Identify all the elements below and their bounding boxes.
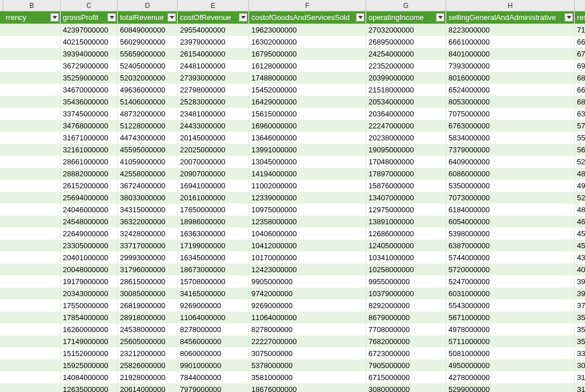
data-cell[interactable] (3, 383, 61, 392)
data-cell[interactable]: 6715000000 (366, 371, 446, 383)
data-cell[interactable]: 32161000000 (61, 144, 118, 156)
data-cell[interactable] (3, 84, 61, 96)
data-cell[interactable]: 25605000000 (118, 336, 178, 347)
data-cell[interactable]: 24254000000 (366, 48, 446, 60)
data-cell[interactable]: 23305000000 (61, 240, 118, 252)
data-cell[interactable]: 5299000000 (446, 383, 575, 392)
data-cell[interactable]: 68490000 (575, 96, 585, 108)
data-cell[interactable]: 36322000000 (118, 216, 178, 228)
data-cell[interactable]: 6031000000 (446, 288, 575, 300)
data-cell[interactable]: 16363000000 (178, 228, 249, 240)
data-cell[interactable]: 6409000000 (446, 156, 575, 168)
data-cell[interactable]: 23979000000 (178, 36, 249, 48)
data-cell[interactable]: 9901000000 (178, 359, 249, 371)
data-cell[interactable]: 20401000000 (61, 252, 118, 264)
data-cell[interactable]: 28918000000 (118, 312, 178, 324)
data-cell[interactable]: 60849000000 (118, 24, 178, 36)
data-cell[interactable]: 24046000000 (61, 204, 118, 216)
data-cell[interactable]: 5744000000 (446, 252, 575, 264)
data-cell[interactable]: 32428000000 (118, 228, 178, 240)
data-cell[interactable]: 7682000000 (366, 336, 446, 347)
data-cell[interactable]: 52032000000 (118, 72, 178, 84)
data-cell[interactable]: 8292000000 (366, 300, 446, 312)
data-cell[interactable]: 37150000 (575, 300, 585, 312)
data-cell[interactable]: 66280000 (575, 84, 585, 96)
data-cell[interactable]: 31060000 (575, 371, 585, 383)
data-cell[interactable]: 45595000000 (118, 144, 178, 156)
data-cell[interactable] (3, 240, 61, 252)
filter-dropdown-button[interactable] (50, 13, 59, 22)
data-cell[interactable]: 6086000000 (446, 168, 575, 180)
data-cell[interactable]: 21928000000 (118, 371, 178, 383)
data-cell[interactable]: 22798000000 (178, 84, 249, 96)
data-cell[interactable]: 7073000000 (446, 192, 575, 204)
data-cell[interactable]: 20364000000 (366, 108, 446, 120)
data-cell[interactable]: 16128000000 (249, 60, 366, 72)
data-cell[interactable] (3, 192, 61, 204)
data-cell[interactable]: 9955000000 (366, 276, 446, 288)
data-cell[interactable]: 44743000000 (118, 132, 178, 144)
data-cell[interactable]: 4950000000 (446, 359, 575, 371)
data-cell[interactable]: 34315000000 (118, 204, 178, 216)
data-cell[interactable]: 41059000000 (118, 156, 178, 168)
data-cell[interactable]: 13045000000 (249, 156, 366, 168)
data-cell[interactable]: 20343000000 (61, 288, 118, 300)
data-cell[interactable] (3, 336, 61, 347)
data-cell[interactable]: 7708000000 (366, 324, 446, 336)
data-cell[interactable]: 33717000000 (118, 240, 178, 252)
data-cell[interactable]: 68440000 (575, 72, 585, 84)
data-cell[interactable]: 25283000000 (178, 96, 249, 108)
data-cell[interactable] (3, 180, 61, 192)
data-cell[interactable]: 10341000000 (366, 252, 446, 264)
data-cell[interactable]: 35040000 (575, 312, 585, 324)
data-cell[interactable]: 16429000000 (249, 96, 366, 108)
data-cell[interactable]: 52040000 (575, 156, 585, 168)
data-cell[interactable] (3, 347, 61, 359)
data-cell[interactable]: 28661000000 (61, 156, 118, 168)
data-cell[interactable]: 18676000000 (249, 383, 366, 392)
data-cell[interactable]: 7379000000 (446, 144, 575, 156)
table-header-cell[interactable]: rrency (3, 11, 61, 24)
filter-dropdown-button[interactable] (167, 13, 176, 22)
data-cell[interactable]: 8060000000 (178, 347, 249, 359)
data-cell[interactable]: 16960000000 (249, 120, 366, 132)
data-cell[interactable]: 51406000000 (118, 96, 178, 108)
data-cell[interactable]: 7844000000 (178, 371, 249, 383)
data-cell[interactable]: 8223000000 (446, 24, 575, 36)
data-cell[interactable]: 24481000000 (178, 60, 249, 72)
data-cell[interactable]: 6054000000 (446, 216, 575, 228)
data-cell[interactable]: 30085000000 (118, 288, 178, 300)
data-cell[interactable] (3, 60, 61, 72)
data-cell[interactable]: 25694000000 (61, 192, 118, 204)
data-cell[interactable]: 7075000000 (446, 108, 575, 120)
data-cell[interactable] (3, 371, 61, 383)
data-cell[interactable]: 40700000 (575, 264, 585, 276)
data-cell[interactable]: 3581000000 (249, 371, 366, 383)
data-cell[interactable]: 22227000000 (249, 336, 366, 347)
data-cell[interactable]: 5671000000 (446, 312, 575, 324)
data-cell[interactable]: 29554000000 (178, 24, 249, 36)
data-cell[interactable] (3, 108, 61, 120)
data-cell[interactable] (3, 204, 61, 216)
data-cell[interactable]: 9905000000 (249, 276, 366, 288)
data-cell[interactable] (3, 36, 61, 48)
data-cell[interactable]: 11064000000 (178, 312, 249, 324)
data-cell[interactable]: 14084000000 (61, 371, 118, 383)
data-cell[interactable] (3, 312, 61, 324)
data-cell[interactable]: 27393000000 (178, 72, 249, 84)
data-cell[interactable]: 39330000 (575, 288, 585, 300)
data-cell[interactable]: 8278000000 (249, 324, 366, 336)
data-cell[interactable] (3, 216, 61, 228)
data-cell[interactable]: 34670000000 (61, 84, 118, 96)
data-cell[interactable]: 30620000 (575, 359, 585, 371)
column-header[interactable]: H (446, 0, 575, 11)
data-cell[interactable]: 52140000 (575, 192, 585, 204)
data-cell[interactable]: 9269000000 (249, 300, 366, 312)
data-cell[interactable]: 20399000000 (366, 72, 446, 84)
data-cell[interactable]: 20238000000 (366, 132, 446, 144)
data-cell[interactable]: 38033000000 (118, 192, 178, 204)
data-cell[interactable] (3, 144, 61, 156)
data-cell[interactable]: 27032000000 (366, 24, 446, 36)
data-cell[interactable]: 25826000000 (118, 359, 178, 371)
data-cell[interactable]: 15615000000 (249, 108, 366, 120)
